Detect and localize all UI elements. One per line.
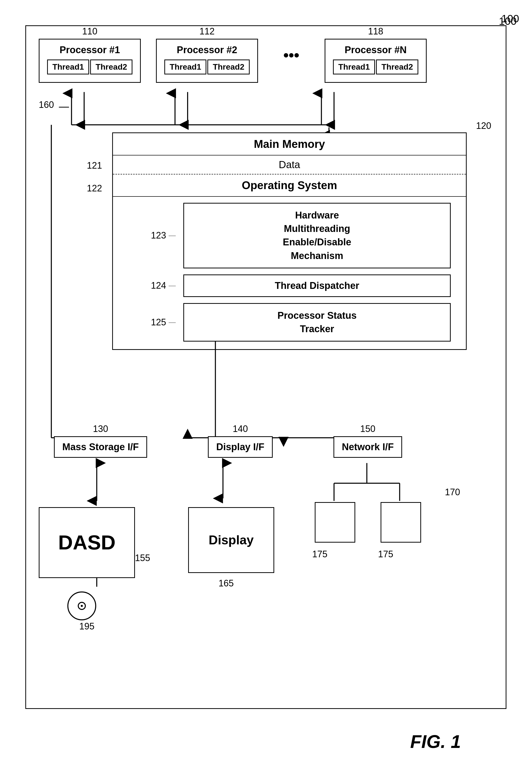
network-if-container: 150 Network I/F [333,436,402,458]
outer-box: 110 Processor #1 Thread1 Thread2 112 Pro… [25,25,506,709]
ref-122: 122 [87,183,102,194]
display-box: Display [188,507,274,573]
processor-n-box: Processor #N Thread1 Thread2 [325,39,427,83]
ref-110: 110 [82,26,97,37]
ref-175-left: 175 [312,549,327,560]
ref-170: 170 [445,487,460,498]
ref-155: 155 [135,553,150,563]
ref-125-label: 125 [143,317,166,328]
dots-separator: ••• [283,39,299,64]
processor-1-title: Processor #1 [47,45,132,55]
processor-2-container: 112 Processor #2 Thread1 Thread2 [156,39,258,83]
processor-1-box: Processor #1 Thread1 Thread2 [39,39,141,83]
ref-118: 118 [368,26,383,37]
ref-140: 140 [233,424,248,434]
processor-n-thread1: Thread1 [333,60,375,74]
ref-124-label: 124 [143,280,166,291]
processor-1-thread1: Thread1 [47,60,89,74]
display-if: Display I/F [208,436,273,458]
network-node-1 [315,502,355,543]
main-memory-header: Main Memory [113,133,466,155]
network-node-2 [381,502,421,543]
ref-150: 150 [360,424,375,434]
io-section: 130 Mass Storage I/F 140 Display I/F 150… [39,436,493,458]
processor-2-thread1: Thread1 [164,60,206,74]
processor-2-threads: Thread1 Thread2 [164,60,250,74]
mass-storage-if: Mass Storage I/F [54,436,147,458]
processor-n-container: 118 Processor #N Thread1 Thread2 [325,39,427,83]
ref-121: 121 [87,160,102,171]
disk-icon [67,591,97,621]
component-box-123: HardwareMultithreadingEnable/DisableMech… [183,203,451,268]
ref-130: 130 [93,424,108,434]
svg-point-31 [81,605,83,607]
ref-123-label: 123 [143,230,166,241]
disk-icon-container [67,591,97,622]
network-if: Network I/F [333,436,402,458]
processor-n-threads: Thread1 Thread2 [333,60,418,74]
component-box-125: Processor StatusTracker [183,303,451,342]
component-row-123: 123 —— HardwareMultithreadingEnable/Disa… [143,203,451,268]
processors-row: 110 Processor #1 Thread1 Thread2 112 Pro… [39,39,427,83]
ref-120: 120 [476,121,491,131]
processor-1-threads: Thread1 Thread2 [47,60,132,74]
processor-2-thread2: Thread2 [207,60,249,74]
processor-2-title: Processor #2 [164,45,250,55]
dasd-box: DASD [39,507,135,578]
main-memory-data: Data [113,155,466,174]
processor-1-thread2: Thread2 [90,60,132,74]
processor-1-container: 110 Processor #1 Thread1 Thread2 [39,39,141,83]
component-row-124: 124 —— Thread Dispatcher [143,274,451,297]
mass-storage-container: 130 Mass Storage I/F [54,436,147,458]
processor-2-box: Processor #2 Thread1 Thread2 [156,39,258,83]
ref-160: 160 [39,100,54,110]
os-label: Operating System [113,174,466,197]
display-if-container: 140 Display I/F [208,436,273,458]
processor-n-thread2: Thread2 [376,60,418,74]
ref-195: 195 [79,621,94,632]
ref-165: 165 [219,578,234,589]
ref-100-label: 100 [499,15,517,27]
main-memory-section: 120 Main Memory Data Operating System 12… [112,132,467,350]
ref-175-right: 175 [378,549,393,560]
fig-label: FIG. 1 [410,731,461,752]
component-box-124: Thread Dispatcher [183,274,451,297]
inner-components: 123 —— HardwareMultithreadingEnable/Disa… [113,197,466,349]
component-row-125: 125 —— Processor StatusTracker [143,303,451,342]
ref-112: 112 [199,26,214,37]
processor-n-title: Processor #N [333,45,418,55]
